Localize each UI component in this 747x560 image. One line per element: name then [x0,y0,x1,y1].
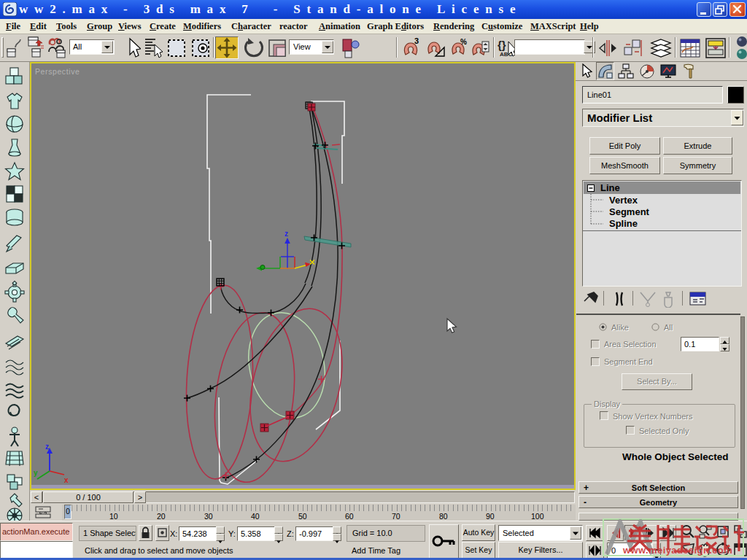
svg-text:y: y [34,469,38,477]
svg-text:3: 3 [414,37,419,45]
svg-text:%: % [460,38,467,46]
svg-text:z: z [45,443,49,451]
svg-text:x: x [64,476,69,484]
svg-text:{}: {} [498,39,506,51]
svg-text:z: z [285,230,288,238]
